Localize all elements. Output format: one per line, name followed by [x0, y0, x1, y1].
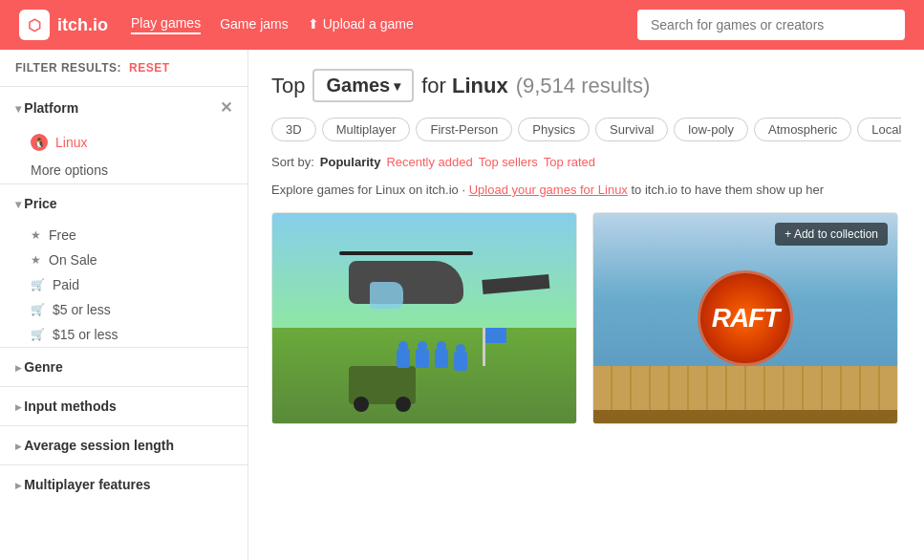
price-label: ▾ Price	[15, 196, 57, 211]
game-card-helicopter[interactable]	[271, 212, 577, 424]
search-input[interactable]	[637, 10, 905, 40]
price-arrow: ▾	[15, 198, 24, 211]
content-wrapper: FILTER RESULTS: Reset ▾ Platform ✕ 🐧 Lin…	[0, 50, 924, 560]
tag-multiplayer[interactable]: Multiplayer	[322, 118, 411, 141]
raft-side	[593, 410, 897, 423]
tag-low-poly[interactable]: low-poly	[674, 118, 748, 141]
header: ⬡ itch.io Play games Game jams ⬆ Upload …	[0, 0, 924, 50]
flag	[483, 328, 511, 366]
paid-icon: 🛒	[31, 278, 45, 291]
5-icon: 🛒	[31, 303, 45, 316]
main-content: Top Games ▾ for Linux (9,514 results) 3D…	[248, 50, 924, 560]
sort-active: Popularity	[320, 155, 381, 169]
helicopter-body	[330, 242, 502, 318]
games-dropdown-label: Games	[326, 75, 390, 97]
logo-icon: ⬡	[19, 10, 50, 40]
game-thumbnail-helicopter	[272, 213, 576, 423]
nav-upload-game[interactable]: ⬆ Upload a game	[308, 16, 414, 33]
sort-recently-added[interactable]: Recently added	[386, 155, 472, 169]
games-grid: RAFT + Add to collection	[271, 212, 901, 424]
game-thumbnail-raft: RAFT + Add to collection	[593, 213, 897, 423]
input-methods-arrow: ▸	[15, 400, 24, 414]
avg-session-section: ▸ Average session length	[0, 425, 247, 464]
avg-session-section-header[interactable]: ▸ Average session length	[0, 426, 247, 464]
soldier-3	[435, 349, 448, 368]
multiplayer-section-header[interactable]: ▸ Multiplayer features	[0, 465, 247, 504]
platform-arrow: ▾	[15, 102, 24, 116]
tag-physics[interactable]: Physics	[518, 118, 590, 141]
sort-row: Sort by: Popularity Recently added Top s…	[271, 155, 901, 169]
sort-top-sellers[interactable]: Top sellers	[479, 155, 538, 169]
tag-atmospheric[interactable]: Atmospheric	[754, 118, 851, 141]
price-on-sale[interactable]: ★ On Sale	[0, 248, 247, 272]
tag-survival[interactable]: Survival	[595, 118, 668, 141]
logo-text: itch.io	[57, 15, 108, 35]
add-to-collection-button[interactable]: + Add to collection	[775, 223, 888, 246]
games-dropdown[interactable]: Games ▾	[312, 69, 414, 102]
linux-icon: 🐧	[31, 134, 48, 151]
page-title-row: Top Games ▾ for Linux (9,514 results)	[271, 69, 901, 102]
platform-section: ▾ Platform ✕ 🐧 Linux More options	[0, 86, 247, 183]
genre-label: ▸ Genre	[15, 359, 63, 375]
reset-link[interactable]: Reset	[129, 61, 170, 75]
upload-icon: ⬆	[308, 16, 319, 32]
heli-main	[349, 261, 463, 304]
price-5-or-less[interactable]: 🛒 $5 or less	[0, 297, 247, 322]
game-card-raft[interactable]: RAFT + Add to collection	[592, 212, 898, 424]
results-count: (9,514 results)	[516, 74, 651, 98]
chevron-down-icon: ▾	[394, 78, 400, 94]
logo[interactable]: ⬡ itch.io	[19, 10, 108, 40]
price-section-header[interactable]: ▾ Price	[0, 184, 247, 223]
explore-banner: Explore games for Linux on itch.io · Upl…	[271, 183, 901, 197]
main-nav: Play games Game jams ⬆ Upload a game	[131, 15, 414, 34]
platform-name: Linux	[452, 74, 508, 97]
avg-session-arrow: ▸	[15, 440, 24, 453]
raft-logo: RAFT	[698, 270, 793, 366]
price-paid[interactable]: 🛒 Paid	[0, 272, 247, 297]
heli-rotor	[339, 251, 473, 255]
ground-vehicle	[349, 366, 416, 404]
multiplayer-section: ▸ Multiplayer features	[0, 464, 247, 504]
for-label: for Linux	[421, 74, 507, 98]
input-methods-section-header[interactable]: ▸ Input methods	[0, 387, 247, 425]
price-section: ▾ Price ★ Free ★ On Sale 🛒 Paid 🛒 $5 or …	[0, 183, 247, 347]
input-methods-section: ▸ Input methods	[0, 386, 247, 425]
sale-icon: ★	[31, 253, 41, 267]
genre-section-header[interactable]: ▸ Genre	[0, 348, 247, 386]
sort-prefix: Sort by:	[271, 155, 314, 169]
price-15-or-less[interactable]: 🛒 $15 or less	[0, 322, 247, 347]
sidebar: FILTER RESULTS: Reset ▾ Platform ✕ 🐧 Lin…	[0, 50, 248, 560]
price-free[interactable]: ★ Free	[0, 223, 247, 248]
free-icon: ★	[31, 228, 41, 242]
avg-session-label: ▸ Average session length	[15, 438, 174, 453]
input-methods-label: ▸ Input methods	[15, 398, 117, 414]
sidebar-item-linux[interactable]: 🐧 Linux	[0, 128, 247, 157]
15-icon: 🛒	[31, 328, 45, 341]
multiplayer-label: ▸ Multiplayer features	[15, 477, 151, 492]
tag-local[interactable]: Local	[857, 118, 901, 141]
explore-link[interactable]: Upload your games for Linux	[469, 183, 628, 197]
more-options-link[interactable]: More options	[0, 157, 247, 183]
heli-cockpit	[370, 282, 403, 309]
multiplayer-arrow: ▸	[15, 479, 24, 492]
platform-label: ▾ Platform	[15, 100, 78, 116]
heli-tail	[482, 274, 549, 294]
soldier-1	[397, 349, 410, 368]
tag-filters: 3D Multiplayer First-Person Physics Surv…	[271, 118, 901, 141]
sort-top-rated[interactable]: Top rated	[544, 155, 595, 169]
nav-play-games[interactable]: Play games	[131, 15, 201, 34]
flag-banner	[485, 328, 506, 343]
filter-header: FILTER RESULTS: Reset	[0, 50, 247, 86]
genre-arrow: ▸	[15, 361, 24, 375]
soldier-4	[454, 352, 467, 371]
soldier-2	[416, 349, 429, 368]
genre-section: ▸ Genre	[0, 347, 247, 386]
platform-section-header[interactable]: ▾ Platform ✕	[0, 87, 247, 128]
tag-3d[interactable]: 3D	[271, 118, 316, 141]
tag-first-person[interactable]: First-Person	[416, 118, 512, 141]
platform-close-icon[interactable]: ✕	[220, 98, 232, 117]
top-label: Top	[271, 74, 305, 98]
raft-scene: RAFT + Add to collection	[593, 213, 897, 423]
nav-game-jams[interactable]: Game jams	[220, 16, 289, 33]
helicopter-scene	[272, 213, 576, 423]
